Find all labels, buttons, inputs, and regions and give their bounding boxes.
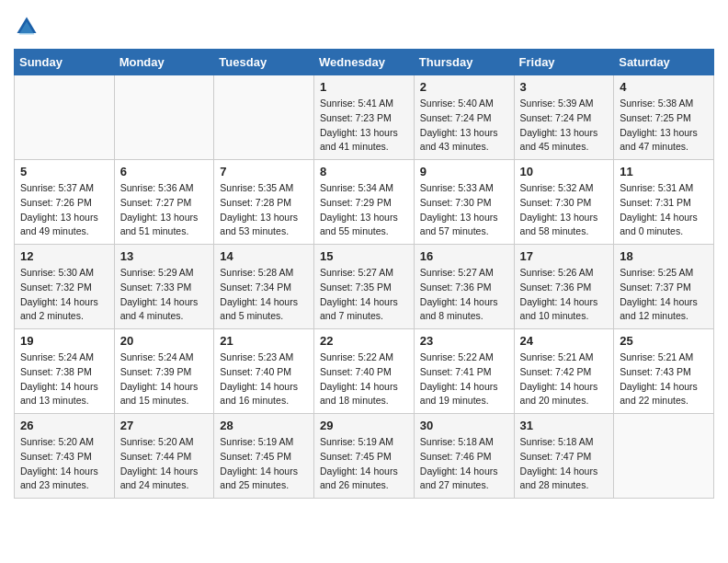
sunrise-text: Sunrise: 5:30 AM (20, 267, 94, 278)
calendar-cell: 22 Sunrise: 5:22 AM Sunset: 7:40 PM Dayl… (314, 329, 415, 414)
calendar-cell: 15 Sunrise: 5:27 AM Sunset: 7:35 PM Dayl… (314, 245, 415, 329)
calendar-day-header: Sunday (15, 50, 115, 75)
day-number: 6 (120, 165, 209, 178)
calendar-day-header: Tuesday (214, 50, 314, 75)
calendar-cell: 20 Sunrise: 5:24 AM Sunset: 7:39 PM Dayl… (114, 329, 214, 414)
sunset-text: Sunset: 7:42 PM (520, 366, 592, 377)
calendar-week-row: 1 Sunrise: 5:41 AM Sunset: 7:23 PM Dayli… (15, 75, 714, 160)
sunset-text: Sunset: 7:46 PM (420, 451, 492, 462)
sunset-text: Sunset: 7:35 PM (320, 282, 392, 293)
sunset-text: Sunset: 7:24 PM (420, 112, 492, 123)
sunrise-text: Sunrise: 5:20 AM (120, 436, 194, 447)
daylight-text: Daylight: 13 hours and 43 minutes. (420, 127, 498, 153)
daylight-text: Daylight: 13 hours and 49 minutes. (20, 212, 98, 237)
calendar-week-row: 5 Sunrise: 5:37 AM Sunset: 7:26 PM Dayli… (15, 160, 714, 245)
day-number: 15 (320, 249, 408, 263)
calendar-day-header: Friday (514, 50, 614, 75)
sunset-text: Sunset: 7:34 PM (220, 282, 291, 293)
daylight-text: Daylight: 14 hours and 22 minutes. (620, 381, 698, 407)
day-number: 17 (520, 249, 609, 263)
logo-icon (14, 14, 40, 40)
sunrise-text: Sunrise: 5:18 AM (420, 436, 494, 447)
calendar-week-row: 19 Sunrise: 5:24 AM Sunset: 7:38 PM Dayl… (15, 329, 714, 414)
calendar-cell: 24 Sunrise: 5:21 AM Sunset: 7:42 PM Dayl… (514, 329, 614, 414)
daylight-text: Daylight: 13 hours and 47 minutes. (620, 127, 698, 153)
day-info: Sunrise: 5:30 AM Sunset: 7:32 PM Dayligh… (20, 266, 108, 324)
daylight-text: Daylight: 14 hours and 7 minutes. (320, 296, 398, 322)
day-info: Sunrise: 5:39 AM Sunset: 7:24 PM Dayligh… (520, 97, 609, 155)
day-info: Sunrise: 5:38 AM Sunset: 7:25 PM Dayligh… (620, 97, 708, 155)
day-number: 1 (320, 80, 408, 94)
page-header (14, 14, 714, 40)
daylight-text: Daylight: 13 hours and 57 minutes. (420, 212, 498, 237)
day-info: Sunrise: 5:35 AM Sunset: 7:28 PM Dayligh… (220, 181, 308, 239)
day-info: Sunrise: 5:22 AM Sunset: 7:41 PM Dayligh… (420, 350, 508, 408)
sunrise-text: Sunrise: 5:33 AM (420, 182, 494, 193)
sunset-text: Sunset: 7:31 PM (620, 197, 691, 208)
day-info: Sunrise: 5:27 AM Sunset: 7:35 PM Dayligh… (320, 266, 408, 324)
day-number: 28 (220, 419, 308, 432)
day-info: Sunrise: 5:31 AM Sunset: 7:31 PM Dayligh… (620, 181, 708, 239)
daylight-text: Daylight: 14 hours and 18 minutes. (320, 381, 398, 407)
calendar-cell: 29 Sunrise: 5:19 AM Sunset: 7:45 PM Dayl… (314, 414, 415, 499)
sunrise-text: Sunrise: 5:36 AM (120, 182, 194, 193)
day-number: 19 (20, 334, 108, 348)
daylight-text: Daylight: 14 hours and 4 minutes. (120, 296, 199, 322)
daylight-text: Daylight: 14 hours and 15 minutes. (120, 381, 199, 407)
day-number: 21 (220, 334, 308, 348)
day-info: Sunrise: 5:29 AM Sunset: 7:33 PM Dayligh… (120, 266, 209, 324)
calendar-cell: 10 Sunrise: 5:32 AM Sunset: 7:30 PM Dayl… (514, 160, 614, 245)
calendar-cell: 16 Sunrise: 5:27 AM Sunset: 7:36 PM Dayl… (414, 245, 514, 329)
calendar-cell: 8 Sunrise: 5:34 AM Sunset: 7:29 PM Dayli… (314, 160, 415, 245)
calendar-cell: 21 Sunrise: 5:23 AM Sunset: 7:40 PM Dayl… (214, 329, 314, 414)
calendar-cell (614, 414, 714, 499)
day-info: Sunrise: 5:24 AM Sunset: 7:39 PM Dayligh… (120, 350, 209, 408)
sunrise-text: Sunrise: 5:38 AM (620, 98, 693, 109)
sunset-text: Sunset: 7:29 PM (320, 197, 392, 208)
day-number: 8 (320, 165, 408, 178)
sunset-text: Sunset: 7:24 PM (520, 112, 592, 123)
day-info: Sunrise: 5:25 AM Sunset: 7:37 PM Dayligh… (620, 266, 708, 324)
sunset-text: Sunset: 7:43 PM (20, 451, 92, 462)
calendar-cell: 5 Sunrise: 5:37 AM Sunset: 7:26 PM Dayli… (15, 160, 115, 245)
day-number: 11 (620, 165, 708, 178)
daylight-text: Daylight: 14 hours and 27 minutes. (420, 465, 498, 491)
day-info: Sunrise: 5:22 AM Sunset: 7:40 PM Dayligh… (320, 350, 408, 408)
daylight-text: Daylight: 14 hours and 28 minutes. (520, 465, 598, 491)
calendar-cell: 26 Sunrise: 5:20 AM Sunset: 7:43 PM Dayl… (15, 414, 115, 499)
sunrise-text: Sunrise: 5:26 AM (520, 267, 594, 278)
daylight-text: Daylight: 14 hours and 2 minutes. (20, 296, 98, 322)
daylight-text: Daylight: 13 hours and 41 minutes. (320, 127, 398, 153)
calendar-cell: 25 Sunrise: 5:21 AM Sunset: 7:43 PM Dayl… (614, 329, 714, 414)
calendar-cell (214, 75, 314, 160)
sunset-text: Sunset: 7:38 PM (20, 366, 92, 377)
daylight-text: Daylight: 13 hours and 58 minutes. (520, 212, 598, 237)
sunrise-text: Sunrise: 5:21 AM (620, 351, 693, 362)
day-number: 30 (420, 419, 508, 432)
daylight-text: Daylight: 14 hours and 25 minutes. (220, 465, 298, 491)
sunset-text: Sunset: 7:47 PM (520, 451, 592, 462)
sunrise-text: Sunrise: 5:41 AM (320, 98, 393, 109)
sunrise-text: Sunrise: 5:20 AM (20, 436, 94, 447)
calendar-cell: 27 Sunrise: 5:20 AM Sunset: 7:44 PM Dayl… (114, 414, 214, 499)
day-info: Sunrise: 5:26 AM Sunset: 7:36 PM Dayligh… (520, 266, 609, 324)
calendar-cell: 19 Sunrise: 5:24 AM Sunset: 7:38 PM Dayl… (15, 329, 115, 414)
sunset-text: Sunset: 7:28 PM (220, 197, 291, 208)
sunrise-text: Sunrise: 5:27 AM (320, 267, 393, 278)
day-number: 10 (520, 165, 609, 178)
day-number: 27 (120, 419, 209, 432)
calendar-cell: 31 Sunrise: 5:18 AM Sunset: 7:47 PM Dayl… (514, 414, 614, 499)
calendar-cell: 6 Sunrise: 5:36 AM Sunset: 7:27 PM Dayli… (114, 160, 214, 245)
daylight-text: Daylight: 14 hours and 10 minutes. (520, 296, 598, 322)
day-info: Sunrise: 5:40 AM Sunset: 7:24 PM Dayligh… (420, 97, 508, 155)
daylight-text: Daylight: 13 hours and 55 minutes. (320, 212, 398, 237)
sunrise-text: Sunrise: 5:28 AM (220, 267, 293, 278)
day-number: 3 (520, 80, 609, 94)
calendar-cell: 30 Sunrise: 5:18 AM Sunset: 7:46 PM Dayl… (414, 414, 514, 499)
calendar-day-header: Saturday (614, 50, 714, 75)
calendar-cell: 11 Sunrise: 5:31 AM Sunset: 7:31 PM Dayl… (614, 160, 714, 245)
day-number: 7 (220, 165, 308, 178)
calendar-cell: 18 Sunrise: 5:25 AM Sunset: 7:37 PM Dayl… (614, 245, 714, 329)
sunset-text: Sunset: 7:26 PM (20, 197, 92, 208)
calendar-table: SundayMondayTuesdayWednesdayThursdayFrid… (14, 49, 714, 499)
